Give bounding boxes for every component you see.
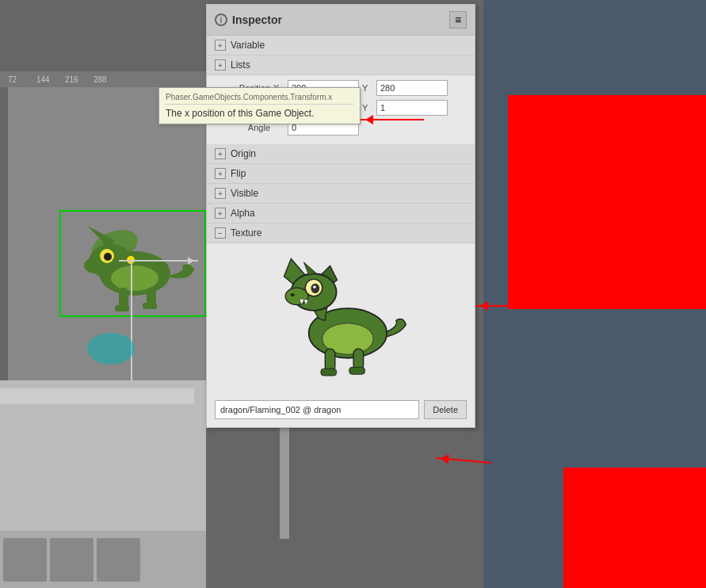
teal-accent (87, 333, 135, 365)
thumbnail-1[interactable] (3, 538, 47, 582)
svg-rect-7 (119, 288, 128, 307)
svg-point-18 (313, 285, 316, 288)
scale-y-label: Y (362, 103, 373, 113)
texture-image-area (261, 251, 420, 394)
inspector-menu-button[interactable]: ≡ (449, 11, 467, 29)
texture-dragon-svg (269, 255, 412, 390)
expand-flip-icon: + (215, 168, 226, 179)
expand-texture-icon: − (215, 227, 226, 239)
expand-origin-icon: + (215, 148, 226, 159)
tooltip-header: Phaser.GameObjects.Components.Transform.… (166, 93, 353, 105)
section-origin[interactable]: + Origin (207, 144, 475, 164)
expand-lists-icon: + (215, 59, 226, 71)
expand-variable-icon: + (215, 40, 226, 51)
ruler-mark-216: 216 (65, 75, 93, 84)
position-y-label: Y (362, 83, 373, 93)
bottom-list-area (0, 388, 194, 404)
scale-y-input[interactable] (376, 100, 448, 116)
section-alpha[interactable]: + Alpha (207, 204, 475, 223)
svg-rect-20 (321, 368, 337, 376)
ruler-top: 72 144 216 288 (0, 71, 206, 87)
red-arrow-alpha (475, 305, 515, 307)
svg-rect-19 (325, 349, 335, 372)
section-flip-label: Flip (231, 168, 246, 179)
red-rect-bottom-right (563, 468, 706, 588)
svg-rect-8 (115, 305, 129, 311)
red-rect-top-right (508, 95, 706, 309)
ruler-mark-144: 144 (36, 75, 65, 84)
tooltip-box: Phaser.GameObjects.Components.Transform.… (158, 87, 361, 124)
texture-filename-input[interactable] (215, 400, 419, 419)
section-variable[interactable]: + Variable (207, 36, 475, 55)
section-visible[interactable]: + Visible (207, 184, 475, 204)
inspector-info-icon: i (215, 13, 227, 26)
ruler-marks: 72 144 216 288 (0, 75, 122, 84)
ruler-mark-72: 72 (8, 75, 36, 84)
position-y-input[interactable] (376, 80, 448, 96)
svg-rect-22 (349, 367, 365, 374)
thumbnail-2[interactable] (50, 538, 93, 582)
section-flip[interactable]: + Flip (207, 164, 475, 184)
game-viewport (8, 87, 206, 388)
texture-section: Delete (207, 243, 475, 427)
section-origin-label: Origin (231, 148, 256, 159)
expand-alpha-icon: + (215, 208, 226, 219)
thumbnail-3[interactable] (97, 538, 140, 582)
ruler-mark-288: 288 (93, 75, 122, 84)
svg-point-17 (311, 284, 319, 294)
section-variable-label: Variable (231, 40, 265, 51)
texture-controls: Delete (215, 400, 467, 419)
bottom-thumbnails (0, 531, 206, 588)
svg-point-6 (111, 265, 158, 291)
svg-rect-10 (143, 303, 157, 309)
delete-button[interactable]: Delete (424, 400, 467, 419)
dragon-viewport-svg (71, 218, 198, 313)
section-alpha-label: Alpha (231, 208, 255, 219)
dragon-sprite (71, 218, 198, 313)
section-texture-label: Texture (231, 227, 261, 239)
svg-point-5 (104, 253, 112, 261)
inspector-panel: i Inspector ≡ + Variable + Lists Positio… (206, 4, 475, 428)
section-lists-label: Lists (231, 59, 250, 71)
inspector-title: Inspector (232, 13, 282, 26)
section-texture[interactable]: − Texture (207, 223, 475, 243)
section-lists[interactable]: + Lists (207, 55, 475, 75)
svg-point-15 (290, 293, 294, 296)
section-visible-label: Visible (231, 188, 258, 199)
tooltip-text: The x position of this Game Object. (166, 108, 353, 119)
red-arrow-tooltip (361, 119, 424, 120)
svg-rect-9 (147, 288, 156, 305)
expand-visible-icon: + (215, 188, 226, 199)
inspector-header: i Inspector ≡ (207, 5, 475, 36)
